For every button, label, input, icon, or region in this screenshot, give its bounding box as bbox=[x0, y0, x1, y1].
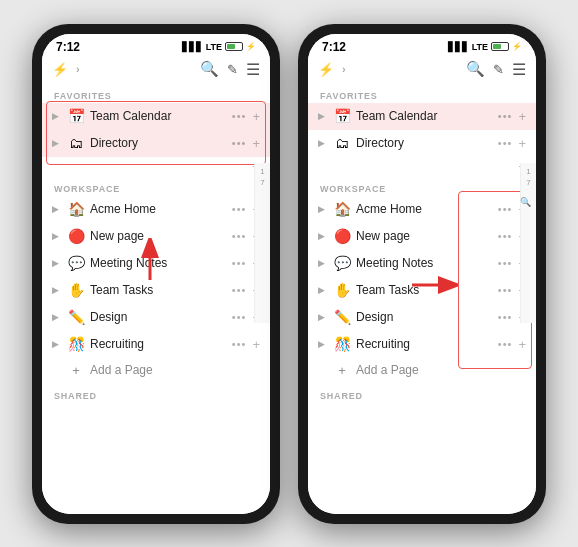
dots-button[interactable]: ••• bbox=[496, 202, 515, 216]
favorites-section-label-1: FAVORITES bbox=[42, 83, 270, 103]
shared-section-label-1: SHARED bbox=[42, 383, 270, 403]
phone-2-screen: 7:12 ▋▋▋ LTE ⚡ ⚡ › 🔍 bbox=[308, 34, 536, 514]
dots-button[interactable]: ••• bbox=[230, 256, 249, 270]
add-page-item-1[interactable]: ▶ + Add a Page bbox=[42, 358, 270, 383]
item-label: Team Calendar bbox=[90, 109, 225, 123]
dots-button[interactable]: ••• bbox=[496, 109, 515, 123]
chevron-icon: ▶ bbox=[52, 204, 62, 214]
plus-button[interactable]: + bbox=[250, 108, 262, 125]
signal-bars-2: ▋▋▋ bbox=[448, 42, 469, 52]
edit-icon-2[interactable]: ✎ bbox=[493, 62, 504, 77]
list-item[interactable]: ▶ ✏️ Design ••• + bbox=[308, 304, 536, 331]
item-label: Meeting Notes bbox=[90, 256, 225, 270]
plus-button[interactable]: + bbox=[250, 336, 262, 353]
menu-icon-1[interactable]: ☰ bbox=[246, 60, 260, 79]
item-label: Recruiting bbox=[356, 337, 491, 351]
item-actions: ••• + bbox=[496, 135, 528, 152]
phones-container: 7:12 ▋▋▋ LTE ⚡ ⚡ › 🔍 bbox=[32, 24, 546, 524]
status-bar-1: 7:12 ▋▋▋ LTE ⚡ bbox=[42, 34, 270, 56]
chevron-icon: ▶ bbox=[318, 138, 328, 148]
list-item[interactable]: ▶ 🏠 Acme Home ••• + bbox=[42, 196, 270, 223]
dots-button[interactable]: ••• bbox=[496, 256, 515, 270]
status-bar-2: 7:12 ▋▋▋ LTE ⚡ bbox=[308, 34, 536, 56]
item-actions: ••• + bbox=[496, 108, 528, 125]
dots-button[interactable]: ••• bbox=[230, 109, 249, 123]
acme-icon-2: 🏠 bbox=[333, 201, 351, 217]
dots-button[interactable]: ••• bbox=[230, 337, 249, 351]
list-item[interactable]: ▶ 🎊 Recruiting ••• + bbox=[308, 331, 536, 358]
search-icon-2[interactable]: 🔍 bbox=[466, 60, 485, 78]
add-favorite-row: + bbox=[42, 157, 270, 176]
plus-button[interactable]: + bbox=[516, 135, 528, 152]
search-icon-1[interactable]: 🔍 bbox=[200, 60, 219, 78]
list-item[interactable]: ▶ 🏠 Acme Home ••• + bbox=[308, 196, 536, 223]
list-item[interactable]: ▶ 🔴 New page ••• + bbox=[308, 223, 536, 250]
time-display-1: 7:12 bbox=[56, 40, 80, 54]
add-chevron: ▶ bbox=[52, 365, 62, 375]
design-icon: ✏️ bbox=[67, 309, 85, 325]
status-icons-1: ▋▋▋ LTE ⚡ bbox=[182, 42, 256, 52]
directory-icon: 🗂 bbox=[67, 135, 85, 151]
add-chevron-2: ▶ bbox=[318, 365, 328, 375]
calendar-icon: 📅 bbox=[67, 108, 85, 124]
dots-button[interactable]: ••• bbox=[496, 229, 515, 243]
list-item[interactable]: ▶ 🔴 New page ••• + bbox=[42, 223, 270, 250]
battery-bolt-2: ⚡ bbox=[512, 42, 522, 51]
chevron-icon: ▶ bbox=[52, 258, 62, 268]
calendar-icon-2: 📅 bbox=[333, 108, 351, 124]
dots-button[interactable]: ••• bbox=[496, 283, 515, 297]
dots-button[interactable]: ••• bbox=[230, 202, 249, 216]
battery-bolt-1: ⚡ bbox=[246, 42, 256, 51]
dots-button[interactable]: ••• bbox=[230, 283, 249, 297]
item-label: Design bbox=[356, 310, 491, 324]
recruiting-icon: 🎊 bbox=[67, 336, 85, 352]
item-label: Recruiting bbox=[90, 337, 225, 351]
list-item[interactable]: ▶ 📅 Team Calendar ••• + bbox=[42, 103, 270, 130]
item-actions: ••• + bbox=[230, 135, 262, 152]
plus-button[interactable]: + bbox=[516, 108, 528, 125]
list-item[interactable]: ▶ ✋ Team Tasks ••• + bbox=[42, 277, 270, 304]
recruiting-icon-2: 🎊 bbox=[333, 336, 351, 352]
meeting-icon: 💬 bbox=[67, 255, 85, 271]
chevron-icon: ▶ bbox=[52, 138, 62, 148]
dots-button[interactable]: ••• bbox=[230, 310, 249, 324]
list-item[interactable]: ▶ ✏️ Design ••• + bbox=[42, 304, 270, 331]
chevron-icon: ▶ bbox=[52, 339, 62, 349]
menu-icon-2[interactable]: ☰ bbox=[512, 60, 526, 79]
app-header-2: ⚡ › 🔍 ✎ ☰ bbox=[308, 56, 536, 83]
workspace-name-1[interactable]: ⚡ › bbox=[52, 62, 196, 77]
header-icons-1: 🔍 ✎ ☰ bbox=[200, 60, 260, 79]
list-item[interactable]: ▶ 📅 Team Calendar ••• + bbox=[308, 103, 536, 130]
lightning-icon-2: ⚡ bbox=[318, 62, 334, 77]
list-item[interactable]: ▶ 🗂 Directory ••• + bbox=[308, 130, 536, 157]
lte-label-2: LTE bbox=[472, 42, 488, 52]
plus-button[interactable]: + bbox=[250, 135, 262, 152]
edit-icon-1[interactable]: ✎ bbox=[227, 62, 238, 77]
item-label: New page bbox=[90, 229, 225, 243]
dots-button[interactable]: ••• bbox=[496, 310, 515, 324]
list-item[interactable]: ▶ 🎊 Recruiting ••• + bbox=[42, 331, 270, 358]
list-item[interactable]: ▶ 💬 Meeting Notes ••• + bbox=[42, 250, 270, 277]
search-peek-2: 🔍 bbox=[520, 191, 535, 209]
dots-button[interactable]: ••• bbox=[496, 337, 515, 351]
phone-1-screen: 7:12 ▋▋▋ LTE ⚡ ⚡ › 🔍 bbox=[42, 34, 270, 514]
dots-button[interactable]: ••• bbox=[230, 229, 249, 243]
add-page-label: Add a Page bbox=[90, 363, 262, 377]
dots-button[interactable]: ••• bbox=[496, 136, 515, 150]
chevron-icon: ▶ bbox=[318, 111, 328, 121]
list-item[interactable]: ▶ 💬 Meeting Notes ••• + bbox=[308, 250, 536, 277]
chevron-icon: ▶ bbox=[318, 339, 328, 349]
add-page-icon: + bbox=[67, 363, 85, 378]
workspace-chevron-1: › bbox=[76, 63, 80, 75]
item-label: Meeting Notes bbox=[356, 256, 491, 270]
list-item[interactable]: ▶ 🗂 Directory ••• + bbox=[42, 130, 270, 157]
chevron-icon: ▶ bbox=[52, 312, 62, 322]
directory-icon-2: 🗂 bbox=[333, 135, 351, 151]
plus-button[interactable]: + bbox=[516, 336, 528, 353]
list-item[interactable]: ▶ ✋ Team Tasks ••• + bbox=[308, 277, 536, 304]
dots-button[interactable]: ••• bbox=[230, 136, 249, 150]
add-page-item-2[interactable]: ▶ + Add a Page bbox=[308, 358, 536, 383]
chevron-icon: ▶ bbox=[52, 285, 62, 295]
right-peek-1: 1 7 bbox=[254, 163, 270, 323]
workspace-name-2[interactable]: ⚡ › bbox=[318, 62, 462, 77]
